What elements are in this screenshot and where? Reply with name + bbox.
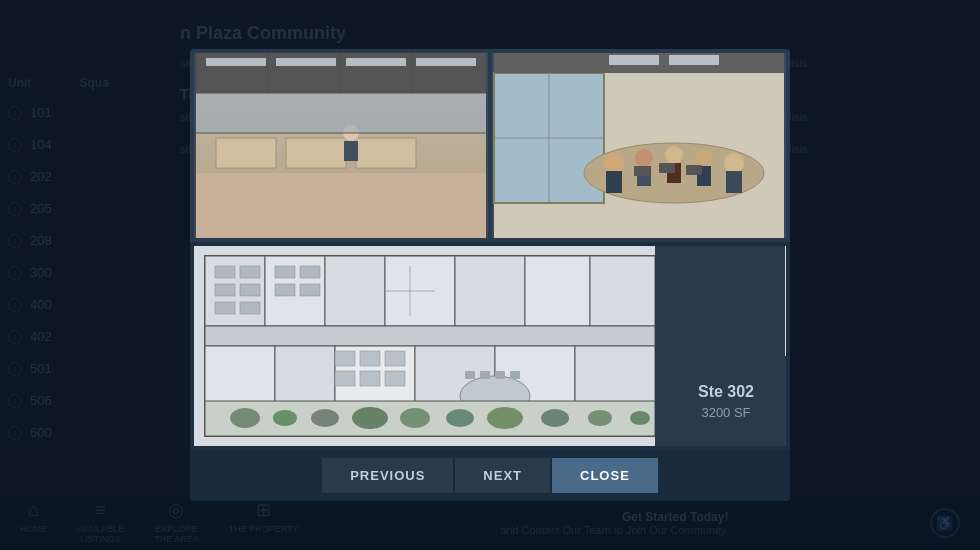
svg-point-34: [724, 153, 744, 173]
previous-button[interactable]: PREVIOUS: [322, 458, 453, 493]
svg-rect-62: [215, 302, 235, 314]
svg-rect-93: [335, 351, 355, 366]
svg-rect-66: [275, 284, 295, 296]
svg-rect-41: [669, 55, 719, 65]
svg-point-28: [635, 149, 653, 167]
svg-rect-82: [205, 401, 655, 436]
svg-rect-13: [196, 93, 486, 133]
next-button[interactable]: NEXT: [455, 458, 550, 493]
svg-point-91: [588, 410, 612, 426]
svg-rect-12: [344, 141, 358, 161]
svg-point-86: [352, 407, 388, 429]
photo-meeting-room: [492, 53, 786, 238]
svg-point-87: [400, 408, 430, 428]
svg-rect-70: [480, 371, 490, 379]
svg-rect-7: [196, 173, 486, 238]
svg-rect-48: [455, 256, 525, 326]
svg-rect-3: [206, 58, 266, 66]
svg-rect-50: [590, 256, 655, 326]
svg-point-92: [630, 411, 650, 425]
modal-dialog: Ste 302 3200 SF PREVIOUS NEXT CLOSE: [190, 49, 790, 501]
floorplan-area: Ste 302 3200 SF: [194, 246, 786, 446]
svg-rect-60: [215, 284, 235, 296]
svg-rect-96: [335, 371, 355, 386]
svg-rect-49: [525, 256, 590, 326]
close-button[interactable]: CLOSE: [552, 458, 658, 493]
svg-rect-10: [356, 138, 416, 168]
svg-point-30: [665, 146, 683, 164]
svg-rect-5: [346, 58, 406, 66]
svg-rect-36: [634, 166, 650, 176]
svg-point-84: [273, 410, 297, 426]
svg-point-83: [230, 408, 260, 428]
svg-rect-98: [385, 371, 405, 386]
svg-point-32: [695, 149, 713, 167]
svg-rect-61: [240, 284, 260, 296]
photo-grid: [190, 49, 790, 242]
svg-rect-4: [276, 58, 336, 66]
svg-rect-64: [275, 266, 295, 278]
svg-rect-72: [510, 371, 520, 379]
modal-buttons: PREVIOUS NEXT CLOSE: [190, 450, 790, 501]
suite-info-box: Ste 302 3200 SF: [666, 356, 786, 446]
svg-rect-94: [360, 351, 380, 366]
svg-point-85: [311, 409, 339, 427]
svg-point-26: [604, 153, 624, 173]
svg-rect-71: [495, 371, 505, 379]
svg-rect-58: [215, 266, 235, 278]
svg-rect-63: [240, 302, 260, 314]
photo-open-office: [194, 53, 488, 238]
svg-rect-35: [726, 171, 742, 193]
svg-rect-59: [240, 266, 260, 278]
svg-rect-37: [659, 163, 675, 173]
svg-rect-6: [416, 58, 476, 66]
svg-rect-95: [385, 351, 405, 366]
svg-rect-8: [216, 138, 276, 168]
svg-point-89: [487, 407, 523, 429]
svg-rect-46: [325, 256, 385, 326]
svg-rect-27: [606, 171, 622, 193]
svg-rect-69: [465, 371, 475, 379]
svg-rect-97: [360, 371, 380, 386]
modal-overlay: Ste 302 3200 SF PREVIOUS NEXT CLOSE: [0, 0, 980, 550]
svg-point-90: [541, 409, 569, 427]
suite-number: Ste 302: [698, 383, 754, 401]
svg-rect-51: [205, 326, 655, 346]
svg-rect-65: [300, 266, 320, 278]
svg-rect-9: [286, 138, 346, 168]
suite-sqft: 3200 SF: [701, 405, 750, 420]
svg-point-88: [446, 409, 474, 427]
svg-rect-67: [300, 284, 320, 296]
svg-rect-38: [686, 165, 702, 175]
svg-rect-40: [609, 55, 659, 65]
